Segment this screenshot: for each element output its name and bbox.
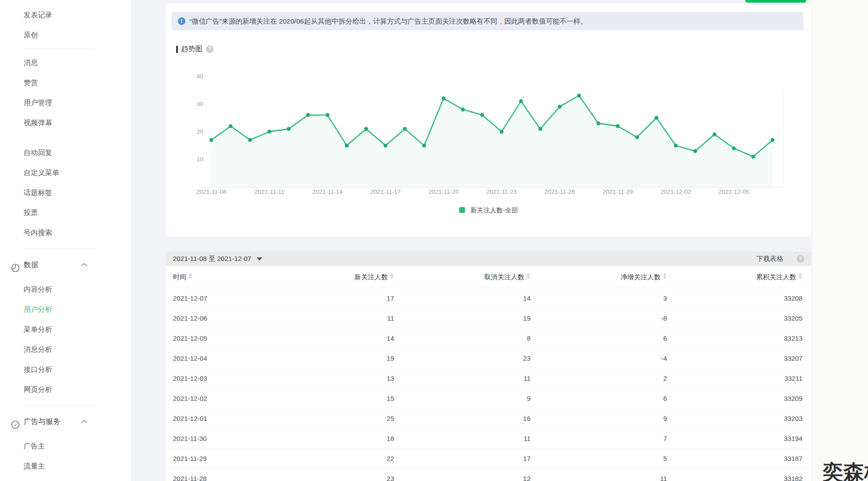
sort-icon[interactable] <box>390 273 394 279</box>
sidebar-item-话题标签[interactable]: 话题标签 <box>0 183 131 203</box>
svg-text:40: 40 <box>197 73 203 80</box>
sidebar-item-原创[interactable]: 原创 <box>0 25 131 45</box>
cell-value: 33208 <box>667 288 802 308</box>
sort-icon[interactable] <box>798 273 802 279</box>
table-row: 2021-11-2823121133182 <box>166 469 811 481</box>
cell-value: 14 <box>394 288 531 308</box>
cell-value: 17 <box>394 448 531 469</box>
info-banner: i “微信广告”来源的新增关注在 2020/06起从其他中拆分给出，计算方式与广… <box>172 12 803 30</box>
sidebar-item-接口分析[interactable]: 接口分析 <box>0 359 131 379</box>
sort-icon[interactable] <box>663 273 667 279</box>
sidebar-item-用户分析[interactable]: 用户分析 <box>0 299 131 319</box>
cell-value: 14 <box>282 328 394 348</box>
sidebar-item-广告主[interactable]: 广告主 <box>0 436 131 456</box>
cell-date: 2021-12-01 <box>166 408 282 428</box>
table-row: 2021-12-071714333208 <box>166 288 811 308</box>
svg-text:2021-11-23: 2021-11-23 <box>486 188 517 195</box>
sidebar-item-内容分析[interactable]: 内容分析 <box>0 279 131 299</box>
cell-date: 2021-12-06 <box>166 308 282 328</box>
cell-value: 33194 <box>667 428 802 448</box>
download-table-link[interactable]: 下载表格 <box>757 252 783 266</box>
cell-value: 3 <box>531 288 667 308</box>
sidebar-item-用户管理[interactable]: 用户管理 <box>0 93 131 113</box>
svg-text:2021-11-26: 2021-11-26 <box>544 188 575 195</box>
primary-action-button[interactable] <box>745 0 806 3</box>
sidebar-divider <box>24 405 95 406</box>
svg-text:2021-11-20: 2021-11-20 <box>428 188 459 195</box>
cell-value: 19 <box>282 348 394 368</box>
help-icon[interactable]: ? <box>206 45 214 53</box>
chevron-down-icon[interactable] <box>257 257 262 261</box>
column-header-新关注人数[interactable]: 新关注人数 <box>282 266 394 288</box>
cell-value: 17 <box>282 288 394 308</box>
cell-date: 2021-12-03 <box>166 368 282 388</box>
table-row: 2021-11-301811733194 <box>166 428 811 448</box>
clock-icon <box>11 260 20 269</box>
date-range-selector[interactable]: 2021-11-08 至 2021-12-07 <box>173 255 251 262</box>
cell-value: 16 <box>394 408 531 428</box>
chevron-up-icon[interactable] <box>81 262 87 267</box>
info-banner-text: “微信广告”来源的新增关注在 2020/06起从其他中拆分给出，计算方式与广告主… <box>189 17 587 25</box>
cell-value: 33207 <box>667 348 802 368</box>
table-row: 2021-12-061119-833205 <box>166 308 811 328</box>
cell-value: 33205 <box>667 308 802 328</box>
sidebar-item-菜单分析[interactable]: 菜单分析 <box>0 319 131 339</box>
sidebar-item-消息分析[interactable]: 消息分析 <box>0 339 131 359</box>
legend-swatch-icon <box>459 207 465 213</box>
cell-date: 2021-12-07 <box>166 288 282 308</box>
column-header-取消关注人数[interactable]: 取消关注人数 <box>394 266 531 288</box>
sidebar-spacer <box>0 275 131 279</box>
table-row: 2021-11-292217533187 <box>166 448 811 469</box>
cell-value: 33213 <box>667 328 802 348</box>
cell-value: 23 <box>282 469 394 481</box>
column-header-净增关注人数[interactable]: 净增关注人数 <box>531 266 667 288</box>
table-row: 2021-12-031311233211 <box>166 368 811 388</box>
cell-value: 12 <box>394 469 531 481</box>
sidebar-item-自定义菜单[interactable]: 自定义菜单 <box>0 163 131 183</box>
column-header-时间[interactable]: 时间 <box>166 266 282 288</box>
sidebar: 发表记录原创消息赞赏用户管理视频弹幕自动回复自定义菜单话题标签投票号内搜索数据内… <box>0 0 132 481</box>
sidebar-item-流量主[interactable]: 流量主 <box>0 456 131 476</box>
sidebar-item-号内搜索[interactable]: 号内搜索 <box>0 223 131 243</box>
sidebar-section-数据[interactable]: 数据 <box>0 255 131 275</box>
sidebar-item-消息[interactable]: 消息 <box>0 53 131 73</box>
column-label: 新关注人数 <box>354 273 388 281</box>
cell-value: 33187 <box>667 448 802 469</box>
table-row: 2021-12-012516933203 <box>166 408 811 428</box>
chevron-up-icon[interactable] <box>81 419 87 424</box>
cell-value: 13 <box>282 368 394 388</box>
cell-value: 8 <box>394 328 531 348</box>
section-label: 广告与服务 <box>24 417 61 425</box>
cell-date: 2021-11-30 <box>166 428 282 448</box>
line-chart-svg: 102030402021-11-082021-11-112021-11-1420… <box>166 70 811 200</box>
table-row: 2021-12-02159633209 <box>166 388 811 408</box>
sidebar-section-广告与服务[interactable]: 广告与服务 <box>0 412 131 432</box>
date-range-bar: 2021-11-08 至 2021-12-07 下载表格 ? <box>166 252 811 266</box>
table-help-icon[interactable]: ? <box>797 255 804 263</box>
cell-value: 18 <box>282 428 394 448</box>
cell-value: 2 <box>531 368 667 388</box>
sidebar-item-视频弹幕[interactable]: 视频弹幕 <box>0 113 131 133</box>
line-chart: 102030402021-11-082021-11-112021-11-1420… <box>166 70 811 200</box>
chart-legend[interactable]: 新关注人数-全部 <box>166 206 811 215</box>
cell-value: 33209 <box>667 388 802 408</box>
sidebar-item-投票[interactable]: 投票 <box>0 203 131 223</box>
sidebar-item-自动回复[interactable]: 自动回复 <box>0 143 131 163</box>
cell-value: 33182 <box>667 469 802 481</box>
cell-value: 6 <box>531 388 667 408</box>
svg-text:2021-11-11: 2021-11-11 <box>255 188 284 195</box>
sidebar-item-网页分析[interactable]: 网页分析 <box>0 379 131 399</box>
sidebar-divider <box>24 249 95 249</box>
svg-text:30: 30 <box>197 101 203 107</box>
column-header-累积关注人数[interactable]: 累积关注人数 <box>667 266 802 288</box>
info-icon: i <box>178 17 185 25</box>
sidebar-item-发表记录[interactable]: 发表记录 <box>0 5 131 25</box>
trend-chart-card: i “微信广告”来源的新增关注在 2020/06起从其他中拆分给出，计算方式与广… <box>166 4 811 236</box>
cell-value: 11 <box>282 308 394 328</box>
svg-text:2021-11-17: 2021-11-17 <box>370 188 401 195</box>
sort-icon[interactable] <box>189 273 193 279</box>
sort-icon[interactable] <box>527 273 531 279</box>
cell-value: 7 <box>531 428 667 448</box>
cell-date: 2021-12-02 <box>166 388 282 408</box>
sidebar-item-赞赏[interactable]: 赞赏 <box>0 73 131 93</box>
